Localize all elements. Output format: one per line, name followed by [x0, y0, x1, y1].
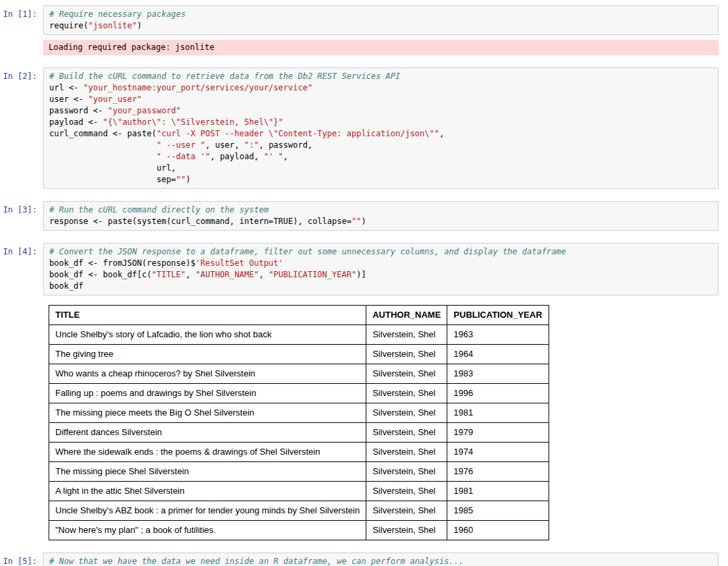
- table-cell: Silverstein, Shel: [366, 403, 447, 423]
- code-token: "your_hostname:your_port/services/your/s…: [84, 83, 313, 92]
- code-line: require("jsonlite"): [49, 20, 712, 32]
- table-cell: The missing piece meets the Big O Shel S…: [49, 403, 366, 423]
- table-row: "Now here's my plan" ; a book of futilit…: [49, 521, 549, 540]
- table-cell: "Now here's my plan" ; a book of futilit…: [49, 521, 366, 540]
- input-prompt: In [5]:: [0, 553, 43, 566]
- code-token: "": [352, 217, 361, 226]
- table-cell: 1996: [447, 384, 549, 403]
- code-token: "jsonlite": [88, 21, 137, 30]
- code-token: [49, 140, 157, 150]
- code-line: book_df: [49, 281, 712, 292]
- notebook-cell: In [4]:# Convert the JSON response to a …: [0, 243, 719, 540]
- code-line: url,: [49, 163, 712, 174]
- output-prompt: [0, 295, 43, 299]
- code-editor[interactable]: # Now that we have the data we need insi…: [43, 553, 719, 566]
- table-cell: Silverstein, Shel: [366, 345, 447, 364]
- input-prompt: In [3]:: [0, 201, 43, 216]
- cell-input-row: In [2]:# Build the cURL command to retri…: [0, 67, 719, 189]
- table-cell: 1964: [447, 345, 549, 364]
- column-header: TITLE: [49, 306, 366, 325]
- code-token: "TITLE": [152, 270, 186, 279]
- code-editor[interactable]: # Convert the JSON response to a datafra…: [43, 243, 719, 295]
- code-token: "your_user": [88, 94, 142, 104]
- notebook-cell: In [5]:# Now that we have the data we ne…: [0, 553, 719, 566]
- code-token: ,: [186, 270, 195, 279]
- table-cell: Silverstein, Shel: [366, 462, 447, 482]
- output-area: Loading required package: jsonlite: [43, 35, 719, 55]
- code-token: )]: [356, 270, 366, 279]
- code-line: password <- "your_password": [49, 105, 712, 117]
- table-cell: Uncle Shelby's ABZ book : a primer for t…: [49, 501, 366, 521]
- code-token: ): [361, 217, 366, 226]
- column-header: PUBLICATION_YEAR: [447, 306, 549, 325]
- input-prompt: In [1]:: [0, 5, 43, 20]
- table-row: Where the sidewalk ends : the poems & dr…: [49, 443, 549, 462]
- cell-input-row: In [1]:# Require necessary packagesrequi…: [0, 5, 719, 35]
- code-editor[interactable]: # Build the cURL command to retrieve dat…: [43, 67, 719, 189]
- code-content: # Run the cURL command directly on the s…: [49, 204, 712, 227]
- cell-input-row: In [3]:# Run the cURL command directly o…: [0, 201, 719, 231]
- table-cell: Silverstein, Shel: [366, 501, 447, 521]
- code-token: " --user ": [157, 140, 205, 150]
- table-cell: 1985: [447, 501, 549, 521]
- table-cell: Silverstein, Shel: [366, 325, 447, 345]
- code-token: # Convert the JSON response to a datafra…: [49, 247, 566, 256]
- table-row: The missing piece meets the Big O Shel S…: [49, 403, 549, 423]
- code-token: " --data '": [157, 152, 210, 161]
- table-cell: 1981: [447, 403, 549, 423]
- notebook-cell: In [3]:# Run the cURL command directly o…: [0, 201, 719, 231]
- code-token: "": [176, 175, 186, 184]
- code-line: book_df <- fromJSON(response)$'ResultSet…: [49, 258, 712, 269]
- code-line: # Require necessary packages: [49, 9, 712, 20]
- input-prompt: In [4]:: [0, 243, 43, 258]
- dataframe-table: TITLEAUTHOR_NAMEPUBLICATION_YEARUncle Sh…: [49, 305, 549, 540]
- code-token: curl_command <- paste(: [49, 129, 157, 138]
- code-line: " --data '", payload, "' ",: [49, 151, 712, 163]
- table-cell: 1981: [447, 482, 549, 501]
- code-token: password <-: [49, 106, 108, 115]
- table-cell: 1979: [447, 423, 549, 443]
- cell-input-row: In [4]:# Convert the JSON response to a …: [0, 243, 719, 295]
- code-token: ,: [439, 129, 444, 138]
- code-line: # Now that we have the data we need insi…: [49, 556, 712, 566]
- code-token: , user,: [205, 140, 244, 150]
- table-cell: Different dances Silverstein: [49, 423, 366, 443]
- table-cell: Silverstein, Shel: [366, 384, 447, 403]
- code-line: # Run the cURL command directly on the s…: [49, 204, 712, 216]
- notebook: In [1]:# Require necessary packagesrequi…: [0, 0, 728, 566]
- code-token: "AUTHOR_NAME": [196, 270, 259, 279]
- code-editor[interactable]: # Run the cURL command directly on the s…: [43, 201, 719, 231]
- cell-output-row: Loading required package: jsonlite: [0, 35, 719, 55]
- table-row: Who wants a cheap rhinoceros? by Shel Si…: [49, 364, 549, 384]
- code-token: book_df <- fromJSON(response)$: [49, 258, 196, 268]
- table-row: Uncle Shelby's ABZ book : a primer for t…: [49, 501, 549, 521]
- code-token: "curl -X POST --header \"Content-Type: a…: [157, 129, 439, 138]
- code-token: user <-: [49, 94, 88, 104]
- code-token: response <- paste(system(curl_command, i…: [49, 217, 352, 226]
- table-row: Different dances SilversteinSilverstein,…: [49, 423, 549, 443]
- output-prompt: [0, 35, 43, 38]
- code-line: book_df <- book_df[c("TITLE", "AUTHOR_NA…: [49, 269, 712, 281]
- table-cell: 1976: [447, 462, 549, 482]
- code-editor[interactable]: # Require necessary packagesrequire("jso…: [43, 5, 719, 35]
- notebook-cell: In [2]:# Build the cURL command to retri…: [0, 67, 719, 189]
- code-line: curl_command <- paste("curl -X POST --he…: [49, 128, 712, 140]
- code-line: response <- paste(system(curl_command, i…: [49, 216, 712, 227]
- table-row: The giving treeSilverstein, Shel1964: [49, 345, 549, 364]
- table-cell: Who wants a cheap rhinoceros? by Shel Si…: [49, 364, 366, 384]
- cell-input-row: In [5]:# Now that we have the data we ne…: [0, 553, 719, 566]
- code-line: user <- "your_user": [49, 94, 712, 105]
- code-token: ,: [259, 270, 269, 279]
- stderr-text: Loading required package: jsonlite: [49, 42, 713, 53]
- table-cell: Falling up : poems and drawings by Shel …: [49, 384, 366, 403]
- table-cell: Silverstein, Shel: [366, 364, 447, 384]
- table-header-row: TITLEAUTHOR_NAMEPUBLICATION_YEAR: [49, 306, 549, 325]
- table-cell: Silverstein, Shel: [366, 521, 447, 540]
- cell-output-row: TITLEAUTHOR_NAMEPUBLICATION_YEARUncle Sh…: [0, 295, 719, 540]
- input-prompt: In [2]:: [0, 67, 43, 82]
- code-content: # Now that we have the data we need insi…: [49, 556, 712, 566]
- code-token: url <-: [49, 83, 84, 92]
- table-row: Uncle Shelby's story of Lafcadio, the li…: [49, 325, 549, 345]
- code-line: payload <- "{\"author\": \"Silverstein, …: [49, 117, 712, 128]
- table-cell: Silverstein, Shel: [366, 423, 447, 443]
